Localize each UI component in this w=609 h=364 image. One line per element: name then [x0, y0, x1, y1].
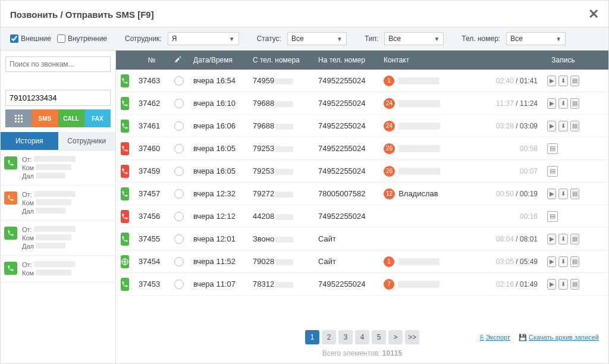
type-select[interactable]: Все ▼	[384, 32, 444, 45]
side-call-item[interactable]: От: Ком Дал	[1, 221, 115, 256]
search-calls-input[interactable]	[5, 57, 111, 72]
employee-label: Сотрудник:	[125, 34, 162, 43]
th-number[interactable]: №	[134, 56, 169, 64]
export-link[interactable]: ⎘Экспорт	[480, 334, 510, 341]
table-row[interactable]: 37456 вчера 12:12 44208 74952255024 00:1…	[116, 205, 608, 228]
mark-circle[interactable]	[174, 234, 184, 244]
play-icon[interactable]: ▶	[547, 76, 556, 86]
page-5[interactable]: 5	[372, 330, 386, 344]
th-record[interactable]: Запись	[542, 56, 584, 64]
body: SMS CALL FAX История Сотрудники От: Ком …	[1, 51, 608, 363]
cell-to: Сайт	[313, 234, 379, 243]
sms-button[interactable]: SMS	[32, 109, 58, 127]
internal-checkbox[interactable]: Внутренние	[57, 34, 107, 43]
play-icon[interactable]: ▶	[547, 189, 556, 199]
download-icon[interactable]: ⬇	[558, 234, 567, 244]
cell-from: 79688	[248, 121, 313, 130]
th-contact[interactable]: Контакт	[379, 56, 483, 64]
table-row[interactable]: 37459 вчера 16:05 79253 74952255024 26 0…	[116, 160, 608, 183]
page-next[interactable]: >	[388, 330, 403, 344]
th-date[interactable]: Дата/Время	[189, 56, 248, 64]
table-row[interactable]: 37461 вчера 16:06 79688 74952255024 24 0…	[116, 115, 608, 137]
play-icon[interactable]: ▶	[547, 279, 556, 290]
dialpad-button[interactable]	[5, 109, 32, 127]
note-icon[interactable]: ▤	[570, 98, 579, 109]
download-archive-link[interactable]: 💾Скачать архив записей	[519, 334, 599, 341]
tab-employees[interactable]: Сотрудники	[58, 132, 116, 150]
cell-to: 74952255024	[313, 212, 379, 221]
employee-select[interactable]: Я ▼	[168, 32, 239, 45]
page-1[interactable]: 1	[305, 330, 319, 344]
note-icon[interactable]: ▤	[570, 121, 579, 131]
mark-circle[interactable]	[174, 144, 184, 153]
note-icon[interactable]: ▤	[547, 166, 558, 177]
mark-circle[interactable]	[174, 189, 184, 199]
cell-to: 74952255024	[313, 167, 379, 175]
download-icon[interactable]: ⬇	[558, 189, 567, 199]
side-call-item[interactable]: От: Ком	[1, 256, 115, 283]
note-icon[interactable]: ▤	[570, 189, 579, 199]
call-button[interactable]: CALL	[58, 109, 84, 127]
mark-circle[interactable]	[174, 212, 184, 221]
cell-duration: 03:05 / 05:49	[483, 258, 542, 266]
note-icon[interactable]: ▤	[547, 143, 558, 154]
play-icon[interactable]: ▶	[547, 121, 556, 131]
close-icon[interactable]: ✕	[588, 7, 599, 22]
phone-number-input[interactable]	[5, 90, 111, 106]
call-direction-icon	[121, 187, 129, 200]
download-icon[interactable]: ⬇	[558, 76, 567, 86]
mark-circle[interactable]	[174, 280, 184, 289]
mark-circle[interactable]	[174, 76, 184, 86]
play-icon[interactable]: ▶	[547, 234, 556, 244]
page-4[interactable]: 4	[355, 330, 369, 344]
table-row[interactable]: 37455 вчера 12:01 Звоно Сайт 08:04 / 08:…	[116, 228, 608, 250]
th-edit	[169, 56, 189, 65]
table-row[interactable]: 37460 вчера 16:05 79253 74952255024 26 0…	[116, 137, 608, 160]
download-icon[interactable]: ⬇	[558, 279, 567, 290]
note-icon[interactable]: ▤	[570, 76, 579, 86]
internal-label: Внутренние	[68, 34, 107, 43]
table-row[interactable]: 37462 вчера 16:10 79688 74952255024 24 1…	[116, 92, 608, 115]
table-row[interactable]: 37453 вчера 11:07 78312 74952255024 7 02…	[116, 273, 608, 296]
internal-check-input[interactable]	[57, 34, 65, 43]
cell-date: вчера 16:05	[189, 167, 248, 175]
contact-badge: 1	[384, 256, 394, 267]
phone-icon	[4, 227, 17, 240]
cell-contact: 1	[379, 76, 483, 86]
mark-circle[interactable]	[174, 257, 184, 266]
note-icon[interactable]: ▤	[570, 256, 579, 267]
mark-circle[interactable]	[174, 99, 184, 108]
cell-from: 74959	[248, 76, 313, 85]
fax-button[interactable]: FAX	[84, 109, 111, 127]
download-icon[interactable]: ⬇	[558, 98, 567, 109]
play-icon[interactable]: ▶	[547, 98, 556, 109]
download-icon[interactable]: ⬇	[558, 121, 567, 131]
play-icon[interactable]: ▶	[547, 256, 556, 267]
call-sms-modal: Позвонить / Отправить SMS [F9] ✕ Внешние…	[0, 0, 609, 364]
page-last[interactable]: >>	[405, 330, 419, 344]
table-row[interactable]: 37457 вчера 12:32 79272 78005007582 12Вл…	[116, 183, 608, 205]
table-row[interactable]: 37454 вчера 11:52 79028 Сайт 1 03:05 / 0…	[116, 250, 608, 273]
note-icon[interactable]: ▤	[547, 211, 558, 222]
th-from[interactable]: С тел. номера	[248, 56, 313, 64]
table-row[interactable]: 37463 вчера 16:54 74959 74952255024 1 02…	[116, 70, 608, 92]
mark-circle[interactable]	[174, 167, 184, 176]
external-checkbox[interactable]: Внешние	[10, 34, 51, 43]
note-icon[interactable]: ▤	[570, 234, 579, 244]
cell-duration: 11:37 / 11:24	[483, 99, 542, 108]
download-icon[interactable]: ⬇	[558, 256, 567, 267]
side-call-item[interactable]: От: Ком Дал	[1, 150, 115, 186]
cell-duration: 00:50 / 00:19	[483, 190, 542, 198]
th-to[interactable]: На тел. номер	[313, 56, 379, 64]
cell-record: ▤	[542, 166, 584, 177]
chevron-down-icon: ▼	[434, 36, 440, 42]
page-3[interactable]: 3	[338, 330, 353, 344]
status-select[interactable]: Все ▼	[287, 32, 347, 45]
external-check-input[interactable]	[10, 34, 18, 43]
note-icon[interactable]: ▤	[570, 279, 579, 290]
tab-history[interactable]: История	[1, 132, 58, 150]
mark-circle[interactable]	[174, 121, 184, 131]
side-call-item[interactable]: От: Ком Дал	[1, 186, 115, 221]
page-2[interactable]: 2	[322, 330, 336, 344]
phone-filter-select[interactable]: Все ▼	[506, 32, 566, 45]
